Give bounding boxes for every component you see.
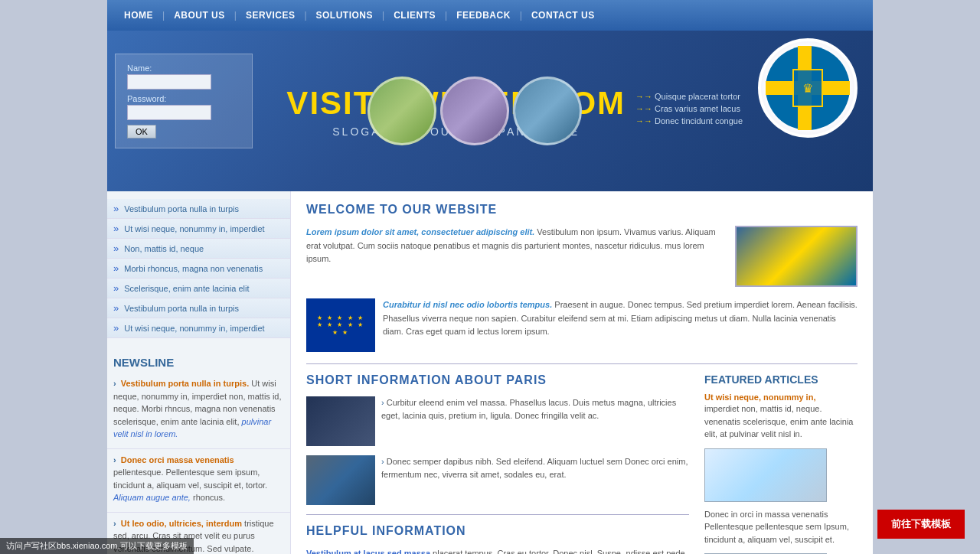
header-thumb-1 — [368, 77, 436, 145]
list-item: Vestibulum porta nulla in turpis — [107, 298, 290, 318]
main-content: WELCOME TO OUR WEBSITE Lorem ipsum dolor… — [291, 191, 873, 554]
nav-feedback[interactable]: FEEDBACK — [447, 10, 520, 21]
news-item-1: › Vestibulum porta nulla in turpis. Ut w… — [107, 373, 290, 449]
helpful-title: HELPFUL INFORMATION — [306, 524, 689, 538]
feature-1: Quisque placerat tortor — [635, 92, 743, 101]
sidebar-link-1[interactable]: Vestibulum porta nulla in turpis — [107, 199, 290, 218]
featured-desc: imperdiet non, mattis id, neque. venenat… — [704, 402, 858, 441]
list-item: Morbi rhoncus, magna non venenatis — [107, 259, 290, 279]
nav-services[interactable]: SERVICES — [237, 10, 304, 21]
news-item-2: › Donec orci massa venenatis pellentesqu… — [107, 449, 290, 513]
feature-2: Cras varius amet lacus — [635, 104, 743, 113]
helpful-text: Vestibulum at lacus sed massa placerat t… — [306, 547, 689, 554]
sidebar-link-5[interactable]: Scelerisque, enim ante lacinia elit — [107, 279, 290, 298]
login-box: Name: Password: OK — [115, 54, 253, 148]
info-text-2: Donec semper dapibus nibh. Sed eleifend.… — [381, 455, 689, 505]
list-item: Non, mattis id, neque — [107, 239, 290, 259]
list-item: Ut wisi neque, nonummy in, imperdiet — [107, 318, 290, 338]
welcome-text-2: Curabitur id nisl nec odio lobortis temp… — [383, 298, 858, 339]
featured-image — [704, 448, 827, 502]
ok-button[interactable]: OK — [127, 125, 156, 138]
welcome-section: Lorem ipsum dolor sit amet, consectetuer… — [306, 226, 858, 352]
content-wrapper: Vestibulum porta nulla in turpis Ut wisi… — [107, 191, 873, 554]
nav-about[interactable]: ABOUT US — [165, 10, 234, 21]
flag-circle — [766, 46, 850, 130]
featured-desc-2: Donec in orci in massa venenatis Pellent… — [704, 508, 858, 546]
welcome-image — [735, 226, 858, 287]
info-text-1: Curbitur eleend enim vel massa. Phasellu… — [381, 396, 689, 446]
featured-title: FEATURED ARTICLES — [704, 373, 858, 386]
welcome-title: WELCOME TO OUR WEBSITE — [306, 203, 858, 217]
header-thumbnails — [368, 77, 582, 145]
nav-home[interactable]: HOME — [115, 10, 162, 21]
eu-flag: ★ ★ ★ ★ ★★ ★ ★ ★ ★★ ★ — [306, 298, 375, 352]
welcome-link-1[interactable]: Lorem ipsum dolor sit amet, consectetuer… — [306, 227, 534, 236]
feature-3: Donec tincidunt congue — [635, 116, 743, 125]
list-item: Scelerisque, enim ante lacinia elit — [107, 279, 290, 298]
header-thumb-3 — [513, 77, 582, 145]
info-thumb-1 — [306, 396, 375, 446]
header-features: Quisque placerat tortor Cras varius amet… — [635, 92, 743, 129]
news-readmore-2[interactable]: Aliquam augue ante, — [113, 493, 191, 502]
site-logo — [758, 38, 858, 138]
sidebar-link-7[interactable]: Ut wisi neque, nonummy in, imperdiet — [107, 318, 290, 337]
news-title-3[interactable]: Ut leo odio, ultricies, interdum — [121, 519, 242, 528]
news-title-2[interactable]: Donec orci massa venenatis — [121, 455, 234, 464]
navigation: HOME | ABOUT US | SERVICES | SOLUTIONS |… — [107, 0, 873, 31]
eu-section: ★ ★ ★ ★ ★★ ★ ★ ★ ★★ ★ Curabitur id nisl … — [306, 298, 858, 352]
two-col-section: SHORT INFORMATION ABOUT PARIS Curbitur e… — [306, 373, 858, 554]
coat-of-arms — [792, 69, 823, 107]
divider-1 — [306, 363, 858, 364]
info-item-2: Donec semper dapibus nibh. Sed eleifend.… — [306, 455, 689, 505]
header-thumb-2 — [440, 77, 509, 145]
nav-clients[interactable]: CLIENTS — [384, 10, 445, 21]
sidebar-link-3[interactable]: Non, mattis id, neque — [107, 239, 290, 258]
news-arrow-2: › — [113, 455, 116, 464]
name-input[interactable] — [127, 74, 211, 90]
sidebar-link-4[interactable]: Morbi rhoncus, magna non venenatis — [107, 259, 290, 278]
right-col: FEATURED ARTICLES Ut wisi neque, nonummy… — [704, 373, 858, 554]
short-info-title: SHORT INFORMATION ABOUT PARIS — [306, 373, 689, 387]
download-button[interactable]: 前往下载模板 — [877, 510, 965, 539]
sidebar-link-2[interactable]: Ut wisi neque, nonummy in, imperdiet — [107, 219, 290, 238]
sidebar-link-6[interactable]: Vestibulum porta nulla in turpis — [107, 298, 290, 318]
site-header: Name: Password: OK VISIT SWEDEN.COM SLOG… — [107, 31, 873, 191]
nav-contact[interactable]: CONTACT US — [522, 10, 604, 21]
newsline-title: NEWSLINE — [107, 350, 290, 373]
info-thumb-2 — [306, 455, 375, 505]
sidebar: Vestibulum porta nulla in turpis Ut wisi… — [107, 191, 291, 554]
info-item-1: Curbitur eleend enim vel massa. Phasellu… — [306, 396, 689, 446]
welcome-link-2[interactable]: Curabitur id nisl nec odio lobortis temp… — [383, 300, 552, 309]
divider-2 — [306, 514, 689, 515]
watermark-text: 访问卢写社区bbs.xieniao.com,可以下载更多模板 — [0, 538, 194, 554]
list-item: Vestibulum porta nulla in turpis — [107, 199, 290, 219]
welcome-para-1: Lorem ipsum dolor sit amet, consectetuer… — [306, 226, 858, 291]
news-body2-2: rhoncus. — [193, 493, 225, 502]
news-body-2: pellentesque. Pellentesque sem ipsum, ti… — [113, 468, 267, 490]
helpful-link[interactable]: Vestibulum at lacus sed massa — [306, 549, 430, 554]
name-label: Name: — [127, 64, 240, 73]
news-title-1[interactable]: Vestibulum porta nulla in turpis. — [121, 379, 249, 388]
nav-solutions[interactable]: SOLUTIONS — [307, 10, 383, 21]
list-item: Ut wisi neque, nonummy in, imperdiet — [107, 219, 290, 239]
news-arrow-3: › — [113, 519, 116, 528]
eu-stars: ★ ★ ★ ★ ★★ ★ ★ ★ ★★ ★ — [317, 314, 364, 337]
sidebar-link-list: Vestibulum porta nulla in turpis Ut wisi… — [107, 199, 290, 338]
left-col: SHORT INFORMATION ABOUT PARIS Curbitur e… — [306, 373, 689, 554]
news-arrow-1: › — [113, 379, 116, 388]
password-input[interactable] — [127, 105, 211, 120]
password-label: Password: — [127, 94, 240, 103]
featured-link[interactable]: Ut wisi neque, nonummy in, — [704, 393, 815, 402]
